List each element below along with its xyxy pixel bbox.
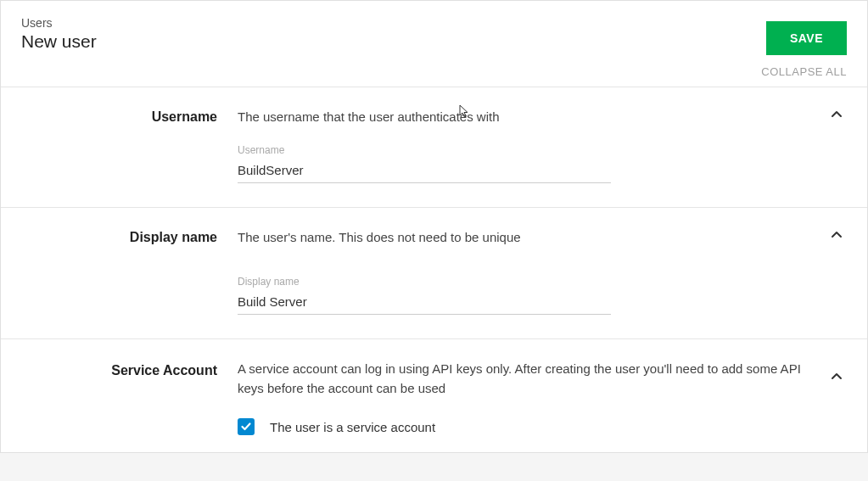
service-account-checkbox-label: The user is a service account [270, 420, 435, 434]
section-label-username: Username [21, 108, 238, 183]
section-desc-service-account: A service account can log in using API k… [238, 360, 804, 398]
field-label-display-name: Display name [238, 276, 611, 288]
section-service-account: Service Account A service account can lo… [1, 338, 867, 452]
section-label-service-account: Service Account [21, 360, 238, 435]
section-desc-display-name: The user's name. This does not need to b… [238, 228, 804, 248]
chevron-up-icon[interactable] [830, 108, 843, 124]
breadcrumb[interactable]: Users [21, 16, 847, 30]
section-display-name: Display name The user's name. This does … [1, 207, 867, 339]
section-label-display-name: Display name [21, 228, 238, 316]
section-username: Username The username that the user auth… [1, 87, 867, 207]
username-input[interactable] [238, 159, 611, 183]
display-name-input[interactable] [238, 291, 611, 315]
section-body-username: The username that the user authenticates… [238, 108, 847, 183]
field-label-username: Username [238, 144, 611, 156]
new-user-form: Users New user SAVE COLLAPSE ALL Usernam… [0, 0, 868, 453]
section-body-service-account: A service account can log in using API k… [238, 360, 847, 435]
collapse-all-button[interactable]: COLLAPSE ALL [1, 60, 867, 87]
section-desc-username: The username that the user authenticates… [238, 108, 804, 127]
page-title: New user [21, 31, 847, 52]
chevron-up-icon[interactable] [830, 370, 843, 386]
save-button[interactable]: SAVE [766, 21, 847, 55]
page-header: Users New user SAVE [1, 1, 867, 60]
section-body-display-name: The user's name. This does not need to b… [238, 228, 847, 316]
chevron-up-icon[interactable] [830, 228, 843, 244]
service-account-checkbox[interactable] [238, 418, 255, 435]
